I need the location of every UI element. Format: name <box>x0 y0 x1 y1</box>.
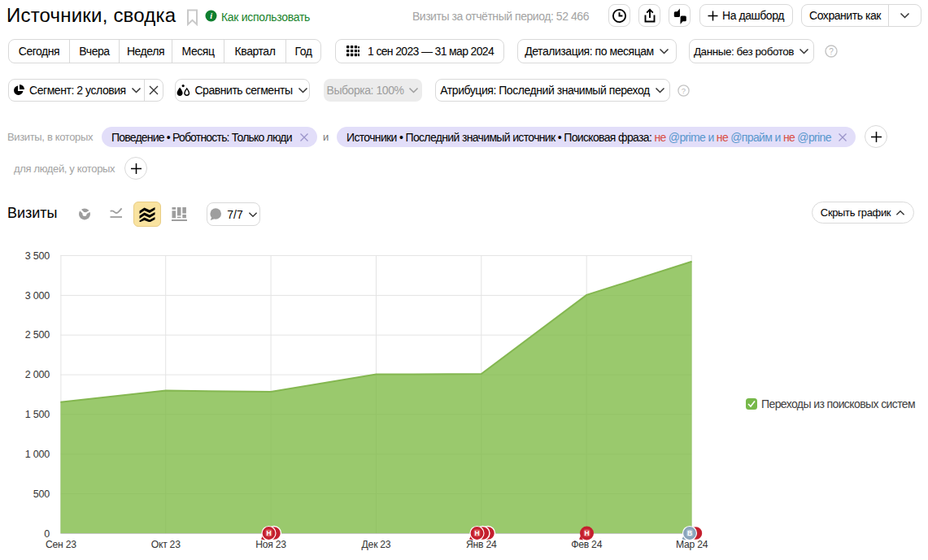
svg-text:500: 500 <box>33 488 50 500</box>
svg-text:?: ? <box>682 86 686 95</box>
svg-text:1 500: 1 500 <box>25 409 50 420</box>
svg-text:Н: Н <box>474 529 479 537</box>
svg-text:Сен 23: Сен 23 <box>46 539 76 550</box>
svg-text:Н: Н <box>584 529 589 537</box>
svg-text:Фев 24: Фев 24 <box>571 539 602 550</box>
svg-text:2 000: 2 000 <box>25 369 50 380</box>
svg-text:1 000: 1 000 <box>25 449 50 460</box>
svg-text:2 500: 2 500 <box>25 329 50 341</box>
svg-text:Окт 23: Окт 23 <box>151 539 181 550</box>
svg-text:Мар 24: Мар 24 <box>676 539 708 550</box>
svg-text:0: 0 <box>44 528 50 540</box>
svg-text:В: В <box>687 529 692 537</box>
svg-text:Ноя 23: Ноя 23 <box>255 539 286 550</box>
svg-text:Н: Н <box>266 529 271 537</box>
svg-text:3 500: 3 500 <box>25 250 50 262</box>
svg-text:3 000: 3 000 <box>25 290 50 302</box>
svg-text:Дек 23: Дек 23 <box>362 539 391 550</box>
svg-text:?: ? <box>829 47 834 56</box>
svg-text:i: i <box>210 11 212 20</box>
